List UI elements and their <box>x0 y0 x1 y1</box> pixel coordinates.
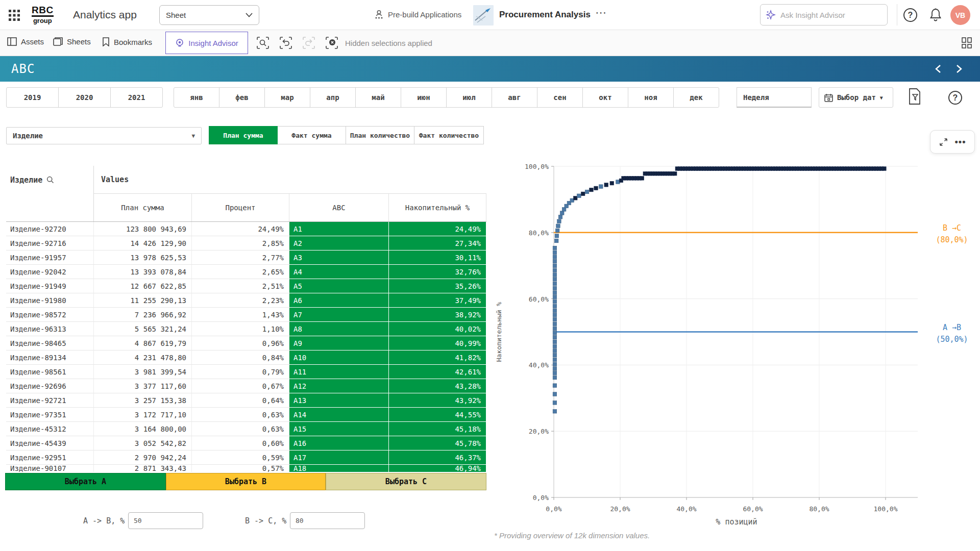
data-point[interactable] <box>555 229 559 233</box>
data-point[interactable] <box>553 327 557 331</box>
data-point[interactable] <box>555 234 559 238</box>
row-cumulative-cell[interactable]: 44,55% <box>389 408 486 422</box>
row-name-cell[interactable]: Изделие-98465 <box>6 336 94 350</box>
app-thumbnail[interactable] <box>473 5 494 26</box>
data-point[interactable] <box>553 268 557 272</box>
row-percent-cell[interactable]: 0,63% <box>192 422 289 436</box>
step-forward-selection-icon[interactable] <box>302 36 315 49</box>
row-percent-cell[interactable]: 0,67% <box>192 379 289 393</box>
row-name-cell[interactable]: Изделие-98572 <box>6 308 94 322</box>
chart-options-menu[interactable]: ••• <box>955 139 966 144</box>
row-cumulative-cell[interactable]: 46,94% <box>389 465 486 472</box>
row-abc-cell[interactable]: A1 <box>289 222 389 236</box>
clear-selections-icon[interactable] <box>325 36 338 49</box>
column-header[interactable]: Процент <box>192 194 289 221</box>
column-header[interactable]: Накопительный % <box>389 194 486 221</box>
table-row[interactable]: Изделие-891344 231 478,800,84%A1041,82% <box>6 350 486 365</box>
data-point[interactable] <box>553 313 557 317</box>
sheet-selector[interactable]: Sheet <box>159 5 259 25</box>
row-name-cell[interactable]: Изделие-91949 <box>6 279 94 293</box>
data-point[interactable] <box>577 194 581 198</box>
row-abc-cell[interactable]: A9 <box>289 336 389 350</box>
row-abc-cell[interactable]: A16 <box>289 436 389 450</box>
sheets-button[interactable]: Sheets <box>53 37 91 46</box>
month-filter-май[interactable]: май <box>355 87 401 108</box>
table-row[interactable]: Изделие-453123 164 800,000,63%A1545,18% <box>6 422 486 436</box>
row-name-cell[interactable]: Изделие-45312 <box>6 422 94 436</box>
select-b-button[interactable]: Выбрать B <box>166 473 326 490</box>
row-cumulative-cell[interactable]: 40,99% <box>389 336 486 350</box>
measure-tab[interactable]: Факт сумма <box>277 126 346 144</box>
row-plan-cell[interactable]: 11 255 290,13 <box>94 293 192 308</box>
row-plan-cell[interactable]: 5 565 321,24 <box>94 322 192 336</box>
table-row[interactable]: Изделие-9195713 978 625,532,77%A330,11% <box>6 251 486 265</box>
data-point[interactable] <box>553 344 557 348</box>
row-percent-cell[interactable]: 0,63% <box>192 408 289 422</box>
row-plan-cell[interactable]: 3 981 399,54 <box>94 365 192 379</box>
row-name-cell[interactable]: Изделие-91957 <box>6 251 94 265</box>
data-point[interactable] <box>553 309 557 313</box>
row-name-cell[interactable]: Изделие-98561 <box>6 365 94 379</box>
table-row[interactable]: Изделие-926963 377 117,600,67%A1243,28% <box>6 379 486 393</box>
row-abc-cell[interactable]: A14 <box>289 408 389 422</box>
data-point[interactable] <box>594 186 598 190</box>
row-cumulative-cell[interactable]: 43,92% <box>389 393 486 408</box>
assets-button[interactable]: Assets <box>7 37 44 46</box>
row-abc-cell[interactable]: A5 <box>289 279 389 293</box>
month-filter-июл[interactable]: июл <box>446 87 492 108</box>
measure-tab[interactable]: План сумма <box>209 126 278 144</box>
table-row[interactable]: Изделие-985727 236 966,921,43%A738,92% <box>6 308 486 322</box>
table-row[interactable]: Изделие-973513 172 717,100,63%A1444,55% <box>6 408 486 422</box>
column-header[interactable]: ABC <box>289 194 389 221</box>
data-point[interactable] <box>574 196 578 201</box>
dimension-dropdown[interactable]: Изделие ▼ <box>6 127 202 144</box>
insight-advisor-search[interactable] <box>760 4 888 26</box>
row-name-cell[interactable]: Изделие-92951 <box>6 450 94 465</box>
row-plan-cell[interactable]: 14 426 129,90 <box>94 236 192 251</box>
row-plan-cell[interactable]: 3 164 800,00 <box>94 422 192 436</box>
expand-chart-icon[interactable] <box>939 138 948 146</box>
row-abc-cell[interactable]: A2 <box>289 236 389 251</box>
data-point[interactable] <box>553 340 557 344</box>
help-button[interactable]: ? <box>903 8 917 22</box>
table-row[interactable]: Изделие-985613 981 399,540,79%A1142,61% <box>6 365 486 379</box>
data-point[interactable] <box>553 349 557 353</box>
row-name-cell[interactable]: Изделие-90107 <box>6 465 94 472</box>
month-filter-фев[interactable]: фев <box>219 87 265 108</box>
data-point[interactable] <box>599 185 603 189</box>
row-plan-cell[interactable]: 2 970 942,24 <box>94 450 192 465</box>
row-plan-cell[interactable]: 3 377 117,60 <box>94 379 192 393</box>
row-name-cell[interactable]: Изделие-92720 <box>6 222 94 236</box>
row-percent-cell[interactable]: 2,77% <box>192 251 289 265</box>
row-plan-cell[interactable]: 3 172 717,10 <box>94 408 192 422</box>
pareto-scatter-chart[interactable]: 0,0%20,0%40,0%60,0%80,0%100,0%0,0%20,0%4… <box>490 102 980 551</box>
table-row[interactable]: Изделие-963135 565 321,241,10%A840,02% <box>6 322 486 336</box>
year-filter-2020[interactable]: 2020 <box>58 87 111 108</box>
data-point[interactable] <box>673 172 677 176</box>
month-filter-мар[interactable]: мар <box>264 87 310 108</box>
table-row[interactable]: Изделие-9194912 667 622,852,51%A535,26% <box>6 279 486 293</box>
row-plan-cell[interactable]: 3 257 153,38 <box>94 393 192 408</box>
row-cumulative-cell[interactable]: 43,28% <box>389 379 486 393</box>
row-abc-cell[interactable]: A10 <box>289 350 389 365</box>
row-percent-cell[interactable]: 0,96% <box>192 336 289 350</box>
row-cumulative-cell[interactable]: 32,76% <box>389 265 486 279</box>
data-point[interactable] <box>581 192 585 196</box>
data-point[interactable] <box>553 358 557 362</box>
row-cumulative-cell[interactable]: 30,11% <box>389 251 486 265</box>
row-percent-cell[interactable]: 2,65% <box>192 265 289 279</box>
row-abc-cell[interactable]: A11 <box>289 365 389 379</box>
row-plan-cell[interactable]: 13 393 078,84 <box>94 265 192 279</box>
data-point[interactable] <box>883 167 887 171</box>
data-point[interactable] <box>553 335 557 339</box>
row-name-cell[interactable]: Изделие-96313 <box>6 322 94 336</box>
search-icon[interactable] <box>46 176 54 184</box>
table-row[interactable]: Изделие-927213 257 153,380,64%A1343,92% <box>6 393 486 408</box>
row-name-cell[interactable]: Изделие-92696 <box>6 379 94 393</box>
app-menu-icon[interactable] <box>8 9 20 21</box>
row-name-cell[interactable]: Изделие-45439 <box>6 436 94 450</box>
step-back-selection-icon[interactable] <box>279 36 292 49</box>
search-selections-icon[interactable] <box>256 36 270 49</box>
row-cumulative-cell[interactable]: 37,49% <box>389 293 486 308</box>
row-percent-cell[interactable]: 2,51% <box>192 279 289 293</box>
